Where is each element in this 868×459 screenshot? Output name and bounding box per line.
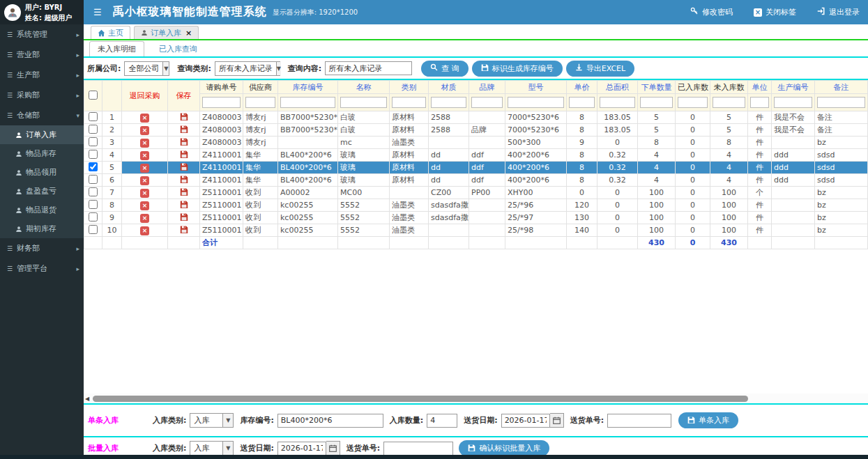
row-checkbox[interactable] <box>89 187 98 196</box>
table-row[interactable]: 9×Z5110001收到kc002555552油墨类sdasdfa撒地25/*9… <box>84 212 868 224</box>
column-filter-input[interactable] <box>280 97 335 108</box>
save-row-icon[interactable] <box>180 162 188 171</box>
table-row[interactable]: 8×Z5110001收到kc002555552油墨类sdasdfa撒地25/*9… <box>84 199 868 212</box>
return-purchase-icon[interactable]: × <box>140 214 149 223</box>
sidebar-item[interactable]: ☰财务部▸ <box>0 238 84 258</box>
sidebar-subitem[interactable]: 盘盈盘亏 <box>0 182 84 201</box>
sidebar-subitem[interactable]: 物品库存 <box>0 144 84 163</box>
row-checkbox[interactable] <box>89 212 98 221</box>
column-filter-input[interactable] <box>774 97 812 108</box>
save-row-icon[interactable] <box>180 125 188 133</box>
sidebar-subitem[interactable]: 物品领用 <box>0 163 84 182</box>
return-purchase-icon[interactable]: × <box>140 189 149 198</box>
row-checkbox[interactable] <box>89 125 98 134</box>
column-header[interactable]: 退回采购 <box>122 81 168 111</box>
company-select[interactable]: 全部公司 ▼ <box>124 61 169 76</box>
delivery-date-input[interactable] <box>501 414 550 428</box>
tab-home[interactable]: 主页 <box>91 26 130 39</box>
sidebar-item[interactable]: ☰生产部▸ <box>0 65 84 85</box>
calendar-icon[interactable] <box>326 441 340 456</box>
table-row[interactable]: 6×Z4110001集华BL400*200*6玻璃原材料ddddf400*200… <box>84 174 868 187</box>
sidebar-subitem[interactable]: 订单入库 <box>0 125 84 144</box>
column-filter-input[interactable] <box>340 97 387 108</box>
save-row-icon[interactable] <box>180 137 188 146</box>
search-button[interactable]: 查 询 <box>421 61 469 77</box>
column-header[interactable]: 名称 <box>338 81 390 94</box>
inbound-qty-input[interactable] <box>427 414 457 428</box>
select-all-checkbox[interactable] <box>89 91 98 100</box>
save-row-icon[interactable] <box>180 175 188 183</box>
column-header[interactable]: 备注 <box>815 81 868 94</box>
return-purchase-icon[interactable]: × <box>140 151 149 160</box>
column-filter-input[interactable] <box>245 97 275 108</box>
table-row[interactable]: 7×Z5110001收到A00002MC00CZ00PP00XHY0000100… <box>84 187 868 199</box>
table-row[interactable]: 3×Z4080003博友rjmc油墨类500*30090808件bz <box>84 137 868 149</box>
column-filter-input[interactable] <box>640 97 673 108</box>
inbound-type-select[interactable]: 入库 ▼ <box>190 413 234 428</box>
tab-close-icon[interactable]: × <box>185 29 192 38</box>
tab-order-inbound[interactable]: 订单入库× <box>134 26 199 39</box>
column-header[interactable]: 单价 <box>567 81 597 94</box>
calendar-icon[interactable] <box>550 413 564 428</box>
table-row[interactable]: 10×Z5110001收到kc002555552油墨类25/*981400100… <box>84 224 868 237</box>
column-filter-input[interactable] <box>678 97 708 108</box>
row-checkbox[interactable] <box>89 175 98 184</box>
column-filter-input[interactable] <box>600 97 635 108</box>
subtab-pending[interactable]: 未入库明细 <box>89 41 144 56</box>
return-purchase-icon[interactable]: × <box>140 126 149 135</box>
column-filter-input[interactable] <box>202 97 241 108</box>
row-checkbox[interactable] <box>89 162 98 171</box>
column-filter-input[interactable] <box>431 97 466 108</box>
sidebar-item[interactable]: ☰仓储部▾ <box>0 105 84 125</box>
scrollbar-thumb[interactable] <box>93 396 748 402</box>
return-purchase-icon[interactable]: × <box>140 176 149 185</box>
column-header[interactable]: 供应商 <box>243 81 278 94</box>
save-row-icon[interactable] <box>180 200 188 208</box>
column-header[interactable]: 请购单号 <box>200 81 243 94</box>
change-password-link[interactable]: 修改密码 <box>690 7 733 17</box>
column-header[interactable]: 未入库数 <box>710 81 748 94</box>
stock-code-input[interactable] <box>277 414 383 428</box>
batch-delivery-no-input[interactable] <box>383 442 453 456</box>
column-filter-input[interactable] <box>569 97 595 108</box>
table-row[interactable]: 1×Z4080003博友rjBB7000*5230*6白玻原材料25887000… <box>84 111 868 124</box>
column-filter-input[interactable] <box>750 97 769 108</box>
table-row[interactable]: 5×Z4110001集华BL400*200*6玻璃原材料ddddf400*200… <box>84 162 868 174</box>
column-filter-input[interactable] <box>392 97 426 108</box>
column-header[interactable]: 保存 <box>168 81 200 111</box>
column-header[interactable]: 总面积 <box>597 81 638 94</box>
delivery-no-input[interactable] <box>607 414 671 428</box>
scroll-left-arrow[interactable]: ◀ <box>85 396 93 402</box>
sidebar-item[interactable]: ☰系统管理▸ <box>0 24 84 45</box>
row-checkbox[interactable] <box>89 112 98 121</box>
return-purchase-icon[interactable]: × <box>140 201 149 210</box>
column-filter-input[interactable] <box>713 97 745 108</box>
column-header[interactable]: 类别 <box>390 81 429 94</box>
return-purchase-icon[interactable]: × <box>140 139 149 148</box>
sidebar-subitem[interactable]: 期初库存 <box>0 219 84 238</box>
table-row[interactable]: 2×Z4080003博友rjBB7000*5230*6白玻原材料2588品牌70… <box>84 124 868 137</box>
sidebar-toggle-icon[interactable]: ☰ <box>93 7 102 17</box>
query-content-input[interactable] <box>325 61 412 75</box>
return-purchase-icon[interactable]: × <box>140 114 149 123</box>
column-header[interactable]: 生产编号 <box>772 81 815 94</box>
export-excel-button[interactable]: 导出EXCEL <box>566 61 634 77</box>
table-row[interactable]: 4×Z4110001集华BL400*200*6玻璃原材料ddddf400*200… <box>84 149 868 162</box>
batch-inbound-button[interactable]: 确认标识批量入库 <box>459 440 549 456</box>
column-filter-input[interactable] <box>471 97 503 108</box>
sidebar-subitem[interactable]: 物品退货 <box>0 201 84 219</box>
subtab-completed[interactable]: 已入库查询 <box>151 42 205 56</box>
batch-inbound-type-select[interactable]: 入库 ▼ <box>190 441 234 456</box>
row-checkbox[interactable] <box>89 200 98 209</box>
column-header[interactable]: 库存编号 <box>278 81 338 94</box>
single-inbound-button[interactable]: 单条入库 <box>678 412 738 428</box>
sidebar-item[interactable]: ☰管理平台▸ <box>0 258 84 279</box>
save-row-icon[interactable] <box>180 187 188 196</box>
query-type-select[interactable]: 所有未入库记录 ▼ <box>215 61 280 76</box>
save-row-icon[interactable] <box>180 225 188 233</box>
save-row-icon[interactable] <box>180 112 188 120</box>
generate-stock-code-button[interactable]: 标识生成库存编号 <box>472 61 563 77</box>
row-checkbox[interactable] <box>89 225 98 234</box>
column-header[interactable]: 已入库数 <box>676 81 710 94</box>
return-purchase-icon[interactable]: × <box>140 164 149 173</box>
